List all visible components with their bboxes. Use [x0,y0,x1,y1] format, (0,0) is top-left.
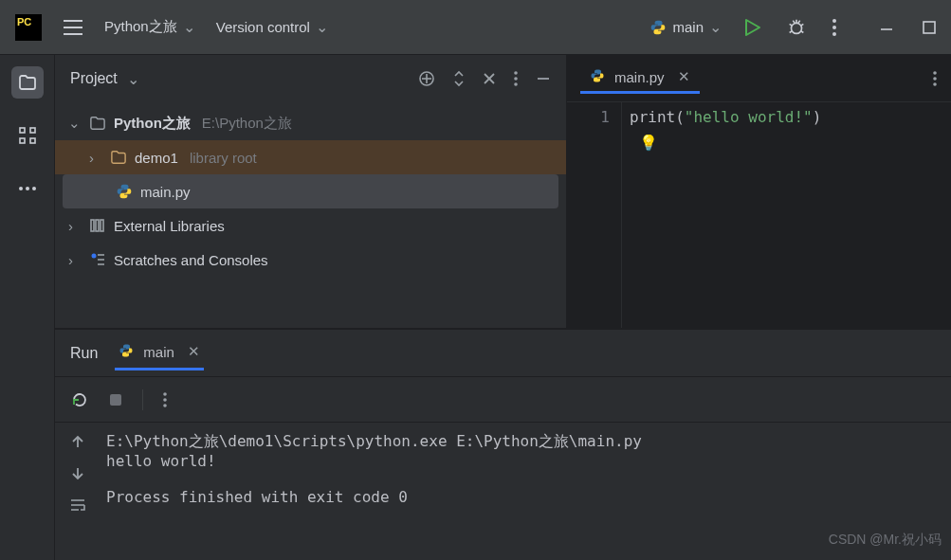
console-output[interactable]: E:\Python之旅\demo1\Scripts\python.exe E:\… [101,423,951,560]
run-button[interactable] [742,18,761,37]
editor-tab-label: main.py [614,69,665,85]
run-tabs-bar: Run main ✕ [55,330,951,377]
hide-pane-icon[interactable] [536,71,551,86]
svg-line-5 [790,24,793,26]
more-tools-button[interactable] [11,172,44,205]
select-opened-file-icon[interactable] [418,70,435,87]
run-config-selector[interactable]: main [649,18,722,36]
code-line: print("hello world!") [630,108,821,126]
svg-point-22 [32,187,36,190]
tree-item-label: External Libraries [114,218,225,234]
python-icon [649,19,667,36]
run-side-rail [55,423,101,560]
code-area[interactable]: print("hello world!") 💡 [622,102,821,328]
project-pane-title: Project [70,70,118,87]
structure-tool-button[interactable] [11,119,44,152]
editor-more-icon[interactable] [932,70,938,87]
editor-tabs: main.py ✕ [567,55,951,102]
scroll-down-icon[interactable] [70,466,85,481]
intention-bulb-icon[interactable]: 💡 [639,134,821,152]
svg-rect-17 [20,138,25,143]
project-tool-button[interactable] [11,66,44,99]
svg-point-28 [514,71,518,75]
svg-line-7 [790,30,793,32]
editor-pane: main.py ✕ 1 print("hello world!") 💡 [567,55,951,328]
project-pane-header: Project [55,55,566,102]
svg-point-3 [792,23,802,33]
python-icon [590,68,607,85]
run-more-icon[interactable] [162,391,168,408]
close-pane-icon[interactable] [483,72,496,85]
svg-point-12 [832,26,836,29]
watermark: CSDN @Mr.祝小码 [829,532,942,549]
editor-gutter: 1 [567,102,622,328]
line-number: 1 [567,108,610,126]
project-name: Python之旅 [104,18,177,36]
svg-rect-15 [924,22,935,33]
pycharm-logo: PC [15,14,42,41]
expand-collapse-icon[interactable] [452,70,466,87]
svg-point-39 [933,71,937,75]
soft-wrap-icon[interactable] [69,498,86,512]
folder-icon [110,150,127,165]
run-pane: Run main ✕ E:\Python之旅\demo1 [55,329,951,560]
tree-root[interactable]: ⌄ Python之旅 E:\Python之旅 [55,106,566,140]
chevron-right-icon: › [68,218,82,234]
svg-rect-42 [110,394,121,406]
svg-rect-34 [101,220,103,231]
chevron-down-icon [183,18,195,36]
svg-point-45 [163,404,167,407]
folder-icon [89,116,106,131]
chevron-down-icon [316,18,328,36]
chevron-down-icon [709,18,722,36]
left-tool-rail [0,55,55,560]
svg-rect-32 [91,220,94,231]
svg-point-20 [19,187,23,190]
svg-rect-19 [30,138,35,143]
svg-point-35 [92,254,97,259]
tree-folder-hint: library root [190,150,257,166]
svg-line-6 [801,24,804,26]
minimize-window-icon[interactable] [879,20,894,35]
svg-point-40 [933,77,937,81]
tree-file-main[interactable]: main.py [63,174,558,208]
vcs-label: Version control [216,19,310,35]
project-selector[interactable]: Python之旅 [104,18,195,36]
close-tab-icon[interactable]: ✕ [678,68,690,85]
maximize-window-icon[interactable] [923,21,936,34]
pane-options-icon[interactable] [513,70,519,87]
svg-line-9 [793,20,795,23]
svg-point-44 [163,398,167,402]
svg-point-43 [163,392,167,396]
chevron-down-icon[interactable] [127,70,139,88]
svg-rect-33 [96,220,99,231]
svg-point-11 [832,19,836,23]
scroll-up-icon[interactable] [70,434,85,449]
svg-point-13 [832,32,836,36]
python-icon [116,183,133,200]
run-config-label: main [672,19,704,35]
project-tree: ⌄ Python之旅 E:\Python之旅 › demo1 library r… [55,102,566,280]
debug-button[interactable] [786,17,807,38]
tree-external-libraries[interactable]: › External Libraries [55,208,566,243]
close-tab-icon[interactable]: ✕ [188,343,200,360]
tree-folder-demo1[interactable]: › demo1 library root [55,140,566,174]
tree-root-path: E:\Python之旅 [202,115,292,133]
svg-point-29 [514,77,518,81]
tree-scratches[interactable]: › Scratches and Consoles [55,243,566,277]
svg-point-30 [514,82,518,86]
main-menu-icon[interactable] [63,19,83,36]
svg-point-41 [933,82,937,86]
vcs-selector[interactable]: Version control [216,18,328,36]
run-tab-main[interactable]: main ✕ [115,335,204,370]
tree-root-name: Python之旅 [114,115,191,133]
editor-body[interactable]: 1 print("hello world!") 💡 [567,102,951,328]
more-actions-icon[interactable] [832,18,837,37]
svg-rect-16 [20,128,25,133]
editor-tab-main[interactable]: main.py ✕ [580,63,700,94]
rerun-button[interactable] [70,390,89,409]
run-tab-label: main [143,344,174,360]
stop-button[interactable] [108,392,123,407]
run-toolbar [55,377,951,423]
svg-line-10 [798,20,800,23]
